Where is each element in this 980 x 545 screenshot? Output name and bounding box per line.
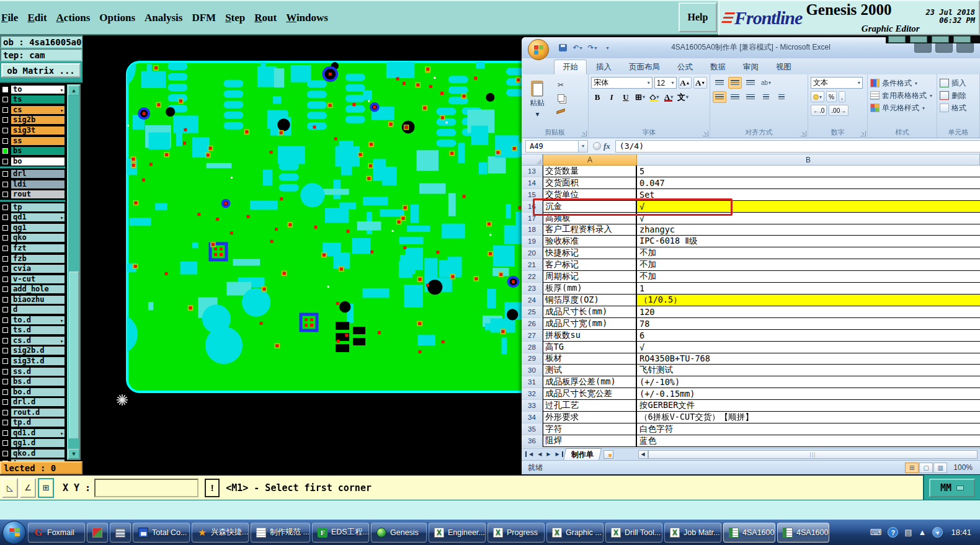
- layer-name[interactable]: sig2b: [11, 115, 65, 125]
- ribbon-tab-视图[interactable]: 视图: [768, 60, 800, 74]
- layer-checkbox[interactable]: [2, 410, 8, 415]
- layer-row-sig2b.d[interactable]: sig2b.d: [0, 346, 65, 357]
- cell-styles-button[interactable]: 单元格样式▾: [870, 102, 934, 114]
- layer-checkbox[interactable]: [2, 430, 8, 436]
- ribbon-tab-公式[interactable]: 公式: [669, 60, 701, 74]
- layer-name[interactable]: qg1.d: [11, 438, 65, 448]
- cell-a27[interactable]: 拼板数su: [543, 330, 637, 342]
- cell-b23[interactable]: 1: [637, 283, 980, 295]
- taskbar-button-Graphic ...[interactable]: XGraphic ...: [546, 523, 604, 543]
- ribbon-tab-审阅[interactable]: 审阅: [735, 60, 767, 74]
- layer-name[interactable]: ss.d: [11, 367, 65, 376]
- job-matrix-button[interactable]: ob Matrix ...: [1, 63, 81, 78]
- job-field[interactable]: ob : 4sa16005a0: [0, 35, 82, 48]
- layer-row-fzb[interactable]: fzb: [0, 254, 65, 264]
- align-right-button[interactable]: [744, 91, 757, 103]
- cell-b19[interactable]: IPC-6018 Ⅱ级: [637, 236, 980, 247]
- scroll-down-icon[interactable]: ▼: [68, 449, 79, 459]
- layer-checkbox[interactable]: [2, 235, 8, 241]
- units-toggle-button[interactable]: MM: [929, 479, 975, 497]
- layer-row-drl[interactable]: drl: [0, 169, 65, 179]
- next-sheet-button[interactable]: ▶: [544, 451, 553, 457]
- cell-b32[interactable]: (+/-0.15mm): [637, 388, 980, 400]
- layer-name[interactable]: sig3t.d: [11, 357, 65, 366]
- cell-a24[interactable]: 铜箔厚度(OZ): [543, 295, 637, 306]
- bold-button[interactable]: B: [591, 91, 604, 103]
- menu-dfm[interactable]: DFM: [192, 12, 216, 24]
- increase-decimal-button[interactable]: ←.0: [811, 105, 827, 116]
- taskbar-button-image[interactable]: [87, 523, 108, 543]
- layer-name[interactable]: qko.d: [11, 449, 65, 458]
- layer-name[interactable]: qd1.d➤: [11, 428, 65, 438]
- layer-name[interactable]: to➤: [11, 85, 65, 94]
- cell-a33[interactable]: 过孔工艺: [543, 400, 637, 412]
- layer-checkbox[interactable]: [2, 277, 8, 282]
- cell-b26[interactable]: 78: [637, 318, 980, 330]
- taskbar-button-Foxmail[interactable]: GFoxmail: [28, 523, 85, 543]
- paste-button[interactable]: 粘贴 ▾: [524, 77, 550, 122]
- layer-name[interactable]: ldi: [11, 180, 65, 189]
- cell-a34[interactable]: 外形要求: [543, 412, 637, 423]
- horizontal-scrollbar[interactable]: ◀ |||: [638, 450, 978, 459]
- cell-a18[interactable]: 客户工程资料录入: [543, 224, 637, 236]
- cut-button[interactable]: ✂: [554, 79, 568, 91]
- last-sheet-button[interactable]: ▶: [553, 451, 563, 457]
- italic-button[interactable]: I: [605, 91, 618, 103]
- taskbar-button-calc[interactable]: [110, 523, 131, 543]
- cell-b18[interactable]: zhangyc: [637, 224, 980, 236]
- menu-analysis[interactable]: Analysis: [145, 12, 182, 24]
- page-break-view-button[interactable]: ▥: [933, 463, 947, 473]
- ribbon-tab-插入[interactable]: 插入: [588, 60, 620, 74]
- menu-actions[interactable]: Actions: [56, 12, 91, 24]
- cell-a28[interactable]: 高TG: [543, 342, 637, 353]
- layer-row-ts[interactable]: ts: [0, 95, 65, 105]
- row-header[interactable]: 32: [522, 388, 543, 400]
- layer-name[interactable]: sig3t: [11, 126, 65, 135]
- layer-row-ss[interactable]: ss: [0, 136, 65, 146]
- insert-worksheet-button[interactable]: [604, 450, 613, 459]
- increase-indent-button[interactable]: [775, 91, 788, 103]
- font-dialog-launcher[interactable]: ↘: [703, 131, 708, 136]
- layer-checkbox[interactable]: [2, 379, 8, 384]
- help-menu[interactable]: Help: [679, 2, 717, 32]
- cell-a26[interactable]: 成品尺寸宽(mm): [543, 318, 637, 330]
- accounting-format-button[interactable]: ▾: [811, 91, 824, 102]
- layer-checkbox[interactable]: [2, 358, 8, 364]
- undo-button[interactable]: ↶▾: [571, 43, 584, 53]
- row-header[interactable]: 34: [522, 412, 543, 423]
- layer-name[interactable]: fzt: [11, 244, 65, 253]
- cell-b29[interactable]: RO4350B+TU-768: [637, 353, 980, 365]
- layer-name[interactable]: ss: [11, 136, 65, 146]
- cell-b35[interactable]: 白色字符: [637, 423, 980, 435]
- layer-row-qg1.d[interactable]: qg1.d: [0, 438, 65, 449]
- cell-a22[interactable]: 周期标记: [543, 271, 637, 283]
- cell-b24[interactable]: （1/0.5）: [637, 295, 980, 306]
- cell-b33[interactable]: 按GERBER文件: [637, 400, 980, 412]
- conditional-formatting-button[interactable]: 条件格式▾: [870, 77, 934, 89]
- delete-cells-button[interactable]: 删除: [940, 89, 977, 102]
- clipboard-dialog-launcher[interactable]: ↘: [581, 131, 587, 136]
- layer-name[interactable]: cs➤: [11, 105, 65, 115]
- middle-align-button[interactable]: [728, 77, 742, 89]
- layer-row-cs[interactable]: cs➤: [0, 105, 65, 115]
- layer-name[interactable]: ts: [11, 95, 65, 104]
- layer-row-sig3t[interactable]: sig3t: [0, 125, 65, 136]
- cell-a31[interactable]: 成品板厚公差(mm): [543, 376, 637, 388]
- font-name-select[interactable]: 宋体▾: [591, 77, 653, 89]
- layer-row-sig3t.d[interactable]: sig3t.d: [0, 356, 65, 366]
- cell-a13[interactable]: 交货数量: [543, 166, 637, 177]
- start-button[interactable]: [2, 521, 26, 544]
- layer-checkbox[interactable]: [2, 117, 8, 123]
- row-header[interactable]: 30: [522, 365, 543, 376]
- layer-name[interactable]: add_hole: [11, 285, 65, 294]
- alert-button[interactable]: !: [205, 479, 220, 497]
- layer-checkbox[interactable]: [2, 369, 8, 374]
- layer-row-rout[interactable]: rout: [0, 189, 65, 200]
- grow-font-button[interactable]: A▲: [679, 77, 692, 89]
- cell-a29[interactable]: 板材: [543, 353, 637, 365]
- select-all-corner[interactable]: [522, 154, 543, 166]
- layer-name[interactable]: bs.d: [11, 377, 65, 386]
- layer-checkbox[interactable]: [2, 205, 8, 210]
- layer-checkbox[interactable]: [2, 192, 8, 197]
- layer-checkbox[interactable]: [2, 327, 8, 333]
